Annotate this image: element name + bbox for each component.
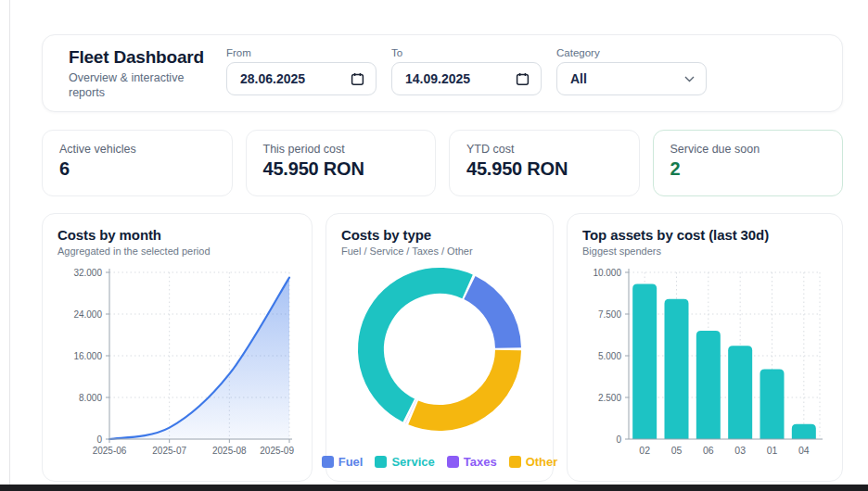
- svg-text:03: 03: [734, 445, 746, 456]
- chart-subtitle: Fuel / Service / Taxes / Other: [341, 246, 538, 257]
- chevron-down-icon: [684, 76, 695, 82]
- window-bottom-bar: [0, 485, 868, 491]
- category-field: Category All: [556, 47, 707, 95]
- svg-text:24.000: 24.000: [73, 309, 102, 320]
- stat-label: YTD cost: [466, 143, 622, 156]
- svg-text:10.000: 10.000: [593, 268, 621, 278]
- dashboard-content: Fleet Dashboard Overview & interactive r…: [42, 34, 843, 482]
- charts-row: Costs by month Aggregated in the selecte…: [42, 213, 843, 482]
- svg-text:2025-06: 2025-06: [93, 446, 127, 456]
- svg-text:5.000: 5.000: [598, 351, 621, 361]
- svg-text:2025-09: 2025-09: [260, 446, 294, 456]
- window-left-edge: [9, 0, 10, 485]
- bar-05: [665, 299, 689, 439]
- bar-04: [792, 424, 816, 439]
- svg-text:04: 04: [798, 445, 810, 456]
- chart-title: Costs by month: [57, 227, 297, 243]
- bar-chart: 02.5005.0007.50010.000020506030104: [582, 261, 827, 467]
- donut-slice-service: [371, 281, 467, 410]
- svg-text:02: 02: [639, 445, 650, 456]
- legend-item-other[interactable]: Other: [509, 455, 558, 469]
- stat-card-period-cost: This period cost 45.950 RON: [246, 130, 437, 196]
- svg-text:05: 05: [671, 445, 683, 456]
- header-card: Fleet Dashboard Overview & interactive r…: [42, 34, 843, 112]
- svg-text:06: 06: [703, 445, 714, 456]
- donut-legend: FuelServiceTaxesOther: [326, 455, 553, 469]
- svg-text:2.500: 2.500: [598, 393, 621, 403]
- legend-swatch: [322, 456, 334, 468]
- chart-card-costs-by-month: Costs by month Aggregated in the selecte…: [42, 213, 313, 482]
- stat-card-ytd-cost: YTD cost 45.950 RON: [449, 130, 640, 196]
- to-date-label: To: [391, 47, 542, 58]
- stat-value: 45.950 RON: [263, 158, 419, 180]
- category-label: Category: [556, 47, 707, 58]
- area-chart: 08.00016.00024.00032.0002025-062025-0720…: [57, 261, 297, 467]
- category-select[interactable]: All: [556, 62, 707, 95]
- stat-value: 45.950 RON: [466, 158, 622, 180]
- filter-fields: From 28.06.2025 To 14.09.2025: [226, 47, 707, 95]
- from-date-field: From 28.06.2025: [226, 47, 377, 95]
- stat-label: This period cost: [263, 143, 419, 156]
- stat-card-service-due: Service due soon 2: [653, 130, 844, 196]
- svg-text:32.000: 32.000: [73, 268, 102, 278]
- svg-text:7.500: 7.500: [598, 309, 621, 320]
- calendar-icon[interactable]: [351, 72, 364, 86]
- legend-item-fuel[interactable]: Fuel: [322, 455, 364, 469]
- donut-slice-fuel: [469, 287, 508, 347]
- chart-subtitle: Aggregated in the selected period: [57, 246, 297, 257]
- svg-text:01: 01: [767, 445, 778, 456]
- donut-chart: [341, 265, 538, 434]
- chart-card-top-assets: Top assets by cost (last 30d) Biggest sp…: [567, 213, 843, 482]
- category-value: All: [570, 71, 587, 86]
- page-title: Fleet Dashboard: [69, 47, 206, 68]
- legend-label: Fuel: [338, 455, 364, 469]
- bar-03: [728, 346, 752, 439]
- chart-title: Top assets by cost (last 30d): [582, 227, 827, 243]
- to-date-field: To 14.09.2025: [391, 47, 542, 95]
- stat-card-active-vehicles: Active vehicles 6: [42, 130, 233, 196]
- legend-label: Taxes: [464, 455, 497, 469]
- stat-label: Active vehicles: [59, 143, 215, 156]
- legend-label: Other: [526, 455, 558, 469]
- chart-subtitle: Biggest spenders: [582, 246, 827, 257]
- svg-text:0: 0: [96, 434, 102, 445]
- svg-text:8.000: 8.000: [79, 393, 102, 403]
- stats-row: Active vehicles 6 This period cost 45.95…: [42, 130, 843, 196]
- from-date-input[interactable]: 28.06.2025: [226, 62, 377, 95]
- chart-card-costs-by-type: Costs by type Fuel / Service / Taxes / O…: [326, 213, 554, 482]
- from-date-value: 28.06.2025: [240, 71, 305, 86]
- legend-swatch: [447, 456, 459, 468]
- bar-01: [760, 369, 785, 439]
- from-date-label: From: [226, 47, 377, 58]
- svg-text:16.000: 16.000: [73, 351, 102, 361]
- stat-label: Service due soon: [670, 143, 826, 156]
- legend-item-service[interactable]: Service: [375, 455, 434, 469]
- page-subtitle: Overview & interactive reports: [69, 70, 206, 100]
- legend-item-taxes[interactable]: Taxes: [447, 455, 497, 469]
- bar-06: [696, 331, 721, 439]
- stat-value: 6: [59, 158, 215, 180]
- donut-slice-other: [414, 350, 508, 418]
- svg-text:2025-07: 2025-07: [152, 446, 186, 456]
- legend-label: Service: [391, 455, 434, 469]
- svg-text:2025-08: 2025-08: [212, 446, 247, 456]
- title-block: Fleet Dashboard Overview & interactive r…: [69, 47, 206, 100]
- stat-value: 2: [670, 158, 826, 180]
- calendar-icon[interactable]: [516, 72, 530, 86]
- legend-swatch: [375, 456, 387, 468]
- bar-02: [632, 284, 657, 439]
- svg-text:0: 0: [616, 434, 621, 445]
- chart-title: Costs by type: [341, 227, 538, 243]
- legend-swatch: [509, 456, 521, 468]
- to-date-value: 14.09.2025: [405, 71, 470, 86]
- to-date-input[interactable]: 14.09.2025: [391, 62, 542, 95]
